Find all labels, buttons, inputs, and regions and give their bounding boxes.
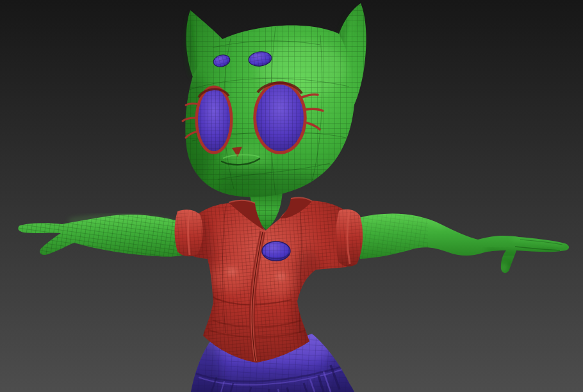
- chest-button-wireframe: [262, 241, 290, 261]
- chest-button[interactable]: [262, 241, 290, 261]
- app-window: [0, 0, 583, 392]
- sleeve-cuff-right: [336, 209, 363, 266]
- pleat-highlight: [278, 389, 279, 392]
- left-eye-wireframe: [198, 88, 230, 151]
- chin-shadow: [218, 167, 267, 182]
- pleat-line: [287, 388, 288, 392]
- right-eye-wireframe: [256, 85, 304, 151]
- sleeve-cuff-left: [175, 209, 203, 256]
- sculpt-viewport[interactable]: [0, 0, 583, 392]
